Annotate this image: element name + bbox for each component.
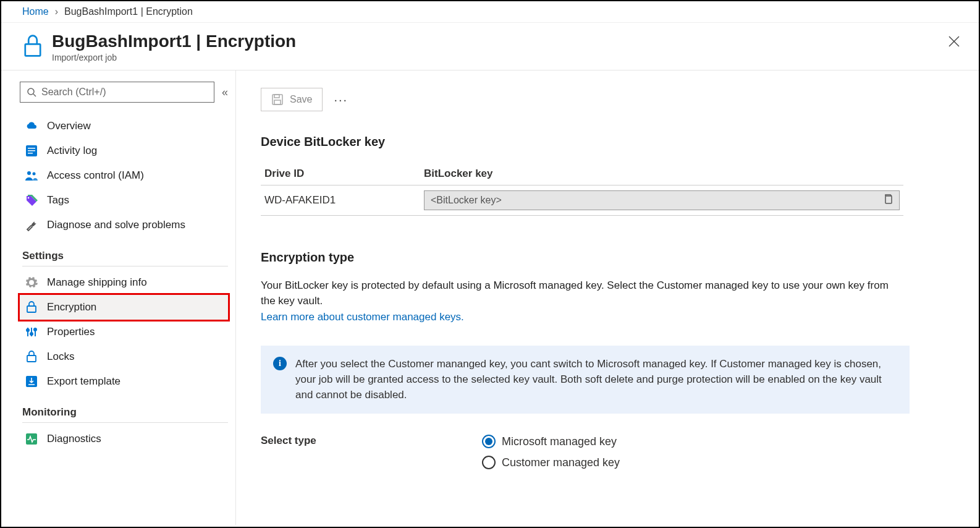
sidebar-item-label: Overview: [47, 120, 91, 132]
sidebar-item-label: Diagnose and solve problems: [47, 219, 185, 231]
breadcrumb-current: BugBashImport1 | Encryption: [64, 6, 193, 17]
svg-point-17: [30, 333, 33, 335]
sidebar-item-label: Export template: [47, 375, 120, 388]
sidebar-item-label: Properties: [47, 326, 95, 338]
select-type-label: Select type: [261, 435, 482, 447]
svg-point-11: [28, 197, 30, 199]
sidebar: Search (Ctrl+/) « Overview Activity log …: [1, 70, 236, 525]
breadcrumb: Home › BugBashImport1 | Encryption: [1, 1, 979, 23]
bitlocker-table: Drive ID BitLocker key WD-AFAKEID1 <BitL…: [261, 163, 903, 216]
radio-icon: [482, 435, 496, 448]
svg-rect-8: [28, 153, 33, 154]
svg-rect-12: [27, 306, 36, 312]
svg-line-4: [33, 94, 36, 96]
svg-point-18: [34, 328, 36, 331]
sidebar-item-overview[interactable]: Overview: [20, 114, 228, 138]
col-bitlocker-key: BitLocker key: [420, 163, 903, 185]
svg-rect-7: [28, 150, 35, 151]
encryption-desc: Your BitLocker key is protected by defau…: [261, 278, 897, 309]
sidebar-item-label: Tags: [47, 194, 69, 207]
sidebar-item-label: Diagnostics: [47, 433, 101, 445]
sidebar-item-label: Access control (IAM): [47, 169, 144, 182]
download-icon: [25, 376, 38, 387]
search-input[interactable]: Search (Ctrl+/): [20, 82, 214, 103]
bitlocker-key-input[interactable]: <BitLocker key>: [424, 190, 900, 210]
radio-customer-managed[interactable]: Customer managed key: [482, 456, 620, 469]
bitlocker-key-value: <BitLocker key>: [431, 195, 502, 206]
svg-rect-23: [274, 95, 279, 98]
sidebar-item-manage-shipping[interactable]: Manage shipping info: [20, 270, 228, 295]
sidebar-item-encryption[interactable]: Encryption: [20, 295, 228, 320]
save-button[interactable]: Save: [261, 88, 323, 111]
sidebar-item-access-control[interactable]: Access control (IAM): [20, 163, 228, 188]
sidebar-section-settings: Settings: [22, 250, 228, 266]
close-icon[interactable]: [948, 35, 960, 51]
sidebar-item-properties[interactable]: Properties: [20, 320, 228, 344]
radio-label: Microsoft managed key: [502, 435, 617, 448]
search-placeholder: Search (Ctrl+/): [41, 87, 106, 98]
col-drive-id: Drive ID: [261, 163, 420, 185]
wrench-icon: [25, 219, 38, 231]
sidebar-item-export-template[interactable]: Export template: [20, 369, 228, 394]
svg-point-3: [28, 88, 34, 95]
toolbar: Save ···: [261, 88, 954, 111]
info-text: After you select the Customer mananged k…: [295, 357, 897, 402]
radio-group: Microsoft managed key Customer managed k…: [482, 435, 620, 469]
sidebar-item-tags[interactable]: Tags: [20, 188, 228, 213]
tag-icon: [25, 195, 38, 206]
chevron-right-icon: ›: [55, 6, 58, 17]
save-icon: [271, 93, 284, 106]
page-subtitle: Import/export job: [52, 53, 296, 62]
svg-point-16: [27, 329, 29, 331]
breadcrumb-home[interactable]: Home: [22, 6, 49, 17]
lock-icon: [25, 301, 38, 313]
lock-icon: [22, 34, 43, 59]
gear-icon: [25, 276, 38, 289]
page-header: BugBashImport1 | Encryption Import/expor…: [1, 23, 979, 70]
cell-bitlocker-key: <BitLocker key>: [420, 185, 903, 216]
search-icon: [27, 87, 36, 97]
bitlocker-section-title: Device BitLocker key: [261, 135, 954, 149]
copy-icon[interactable]: [883, 194, 893, 207]
sidebar-item-label: Activity log: [47, 145, 97, 157]
pulse-icon: [25, 433, 38, 445]
radio-icon: [482, 456, 496, 469]
encryption-section-title: Encryption type: [261, 250, 954, 265]
sidebar-item-activity-log[interactable]: Activity log: [20, 138, 228, 163]
sidebar-section-monitoring: Monitoring: [22, 406, 228, 423]
cloud-icon: [25, 121, 38, 131]
learn-more-link[interactable]: Learn more about customer managed keys.: [261, 311, 464, 323]
svg-rect-24: [274, 100, 281, 104]
lock-icon: [25, 351, 38, 363]
sliders-icon: [25, 326, 38, 338]
collapse-sidebar-icon[interactable]: «: [222, 86, 228, 99]
sidebar-item-locks[interactable]: Locks: [20, 344, 228, 369]
more-button[interactable]: ···: [331, 93, 350, 107]
save-label: Save: [290, 94, 312, 105]
table-row: WD-AFAKEID1 <BitLocker key>: [261, 185, 903, 216]
sidebar-item-label: Manage shipping info: [47, 276, 147, 289]
select-type-row: Select type Microsoft managed key Custom…: [261, 435, 954, 469]
sidebar-item-diagnostics[interactable]: Diagnostics: [20, 427, 228, 451]
sidebar-item-label: Encryption: [47, 301, 96, 313]
cell-drive-id: WD-AFAKEID1: [261, 185, 420, 216]
sidebar-item-label: Locks: [47, 351, 74, 363]
sidebar-item-diagnose[interactable]: Diagnose and solve problems: [20, 213, 228, 237]
radio-microsoft-managed[interactable]: Microsoft managed key: [482, 435, 620, 448]
page-title: BugBashImport1 | Encryption: [52, 32, 296, 51]
log-icon: [25, 145, 38, 156]
svg-point-9: [27, 171, 31, 175]
svg-rect-25: [885, 196, 892, 203]
svg-point-10: [33, 172, 36, 176]
svg-rect-19: [27, 356, 36, 362]
svg-rect-0: [25, 44, 40, 56]
people-icon: [25, 170, 38, 181]
main-content: Save ··· Device BitLocker key Drive ID B…: [236, 70, 979, 525]
info-icon: i: [273, 357, 287, 370]
info-box: i After you select the Customer mananged…: [261, 346, 910, 414]
svg-rect-6: [28, 148, 35, 149]
radio-label: Customer managed key: [502, 456, 620, 469]
